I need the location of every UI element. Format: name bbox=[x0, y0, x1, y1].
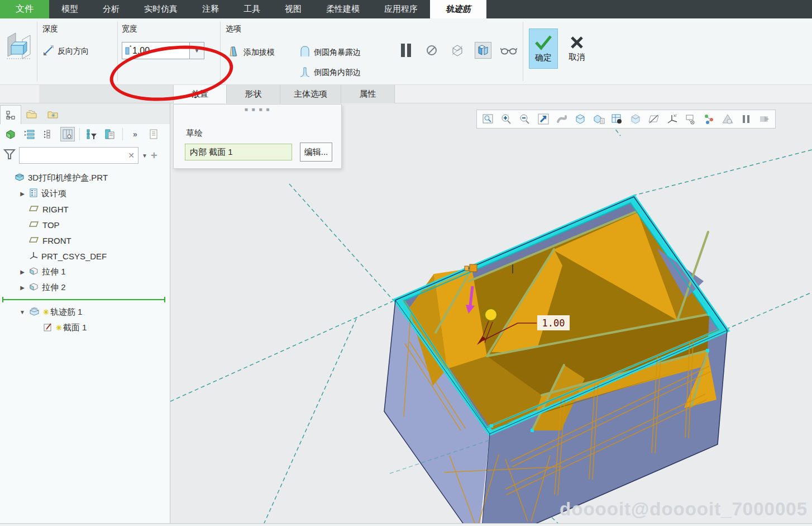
menu-item-2[interactable]: 分析 bbox=[90, 0, 132, 18]
model-display-icon[interactable] bbox=[3, 127, 18, 141]
reverse-direction-button[interactable]: 反向方向 bbox=[42, 44, 89, 59]
file-menu-button[interactable]: 文件 bbox=[0, 0, 49, 18]
width-input-field[interactable]: * bbox=[122, 42, 190, 59]
insert-here-marker[interactable] bbox=[2, 296, 168, 303]
zoom-window-icon[interactable] bbox=[479, 111, 496, 127]
width-group: 宽度 * ▼ bbox=[122, 24, 204, 59]
repaint-icon[interactable] bbox=[553, 111, 570, 127]
pause-icon[interactable] bbox=[398, 42, 414, 59]
tree-item-5[interactable]: PRT_CSYS_DEF bbox=[0, 248, 170, 264]
cancel-button[interactable]: 取消 bbox=[562, 29, 591, 69]
tree-filter-input[interactable] bbox=[23, 151, 128, 160]
tree-item-label: 3D打印机维护盒.PRT bbox=[28, 173, 108, 183]
tree-item-1[interactable]: ▶设计项 bbox=[0, 186, 170, 201]
expander-icon[interactable]: ▶ bbox=[19, 285, 26, 291]
tree-item-10[interactable]: ✳截面 1 bbox=[0, 320, 170, 335]
favorites-tab[interactable]: ✳ bbox=[42, 105, 64, 124]
tree-filter-row: ✕ ▼ + bbox=[0, 144, 170, 167]
geometry-preview-icon[interactable] bbox=[475, 42, 491, 59]
round-exposed-option[interactable]: 倒圆角暴露边 bbox=[299, 45, 361, 60]
feature-tab-strip: 放置形状主体选项属性 bbox=[0, 85, 812, 103]
axes-display-icon[interactable]: x/ bbox=[663, 111, 681, 127]
wireframe-preview-icon[interactable] bbox=[449, 42, 466, 59]
document-icon[interactable] bbox=[146, 127, 161, 141]
view-manager-icon[interactable] bbox=[608, 111, 625, 127]
tree-copy-icon[interactable] bbox=[103, 127, 118, 141]
drag-handle[interactable] bbox=[482, 309, 497, 321]
display-style-icon[interactable] bbox=[571, 111, 589, 127]
saved-orientations-icon[interactable] bbox=[590, 111, 607, 127]
datum-plane-display-icon[interactable] bbox=[645, 111, 662, 127]
trajectory-rib-feature-icon bbox=[4, 30, 34, 67]
folder-browser-tab[interactable] bbox=[21, 105, 42, 124]
menu-item-4[interactable]: 注释 bbox=[190, 0, 231, 18]
dimension-value[interactable]: 1.00 bbox=[542, 318, 565, 329]
section-icon[interactable] bbox=[627, 111, 644, 127]
tree-item-0[interactable]: 3D打印机维护盒.PRT bbox=[0, 170, 170, 186]
expander-icon[interactable]: ▶ bbox=[19, 269, 26, 275]
cancel-button-label: 取消 bbox=[569, 52, 585, 63]
menu-item-8[interactable]: 应用程序 bbox=[372, 0, 430, 18]
more-chevron-icon[interactable]: » bbox=[127, 127, 142, 141]
perspective-icon[interactable] bbox=[719, 111, 736, 127]
filter-dropdown-icon[interactable]: ▼ bbox=[142, 153, 147, 159]
ribbon-separator bbox=[220, 22, 221, 81]
tree-filter-icon[interactable] bbox=[84, 127, 99, 141]
trajectory-rib-icon bbox=[29, 307, 40, 318]
menu-item-9[interactable]: 轨迹筋 bbox=[430, 0, 486, 18]
list-view-icon[interactable] bbox=[22, 127, 37, 141]
expander-icon[interactable]: ▶ bbox=[19, 191, 26, 197]
panel-grip[interactable]: ■ ■ ■ ■ bbox=[245, 106, 271, 112]
tree-item-9[interactable]: ▼✳轨迹筋 1 bbox=[0, 304, 170, 320]
menu-item-7[interactable]: 柔性建模 bbox=[314, 0, 372, 18]
part-icon bbox=[15, 173, 25, 183]
model-tree-tab[interactable] bbox=[0, 105, 21, 124]
no-preview-icon[interactable] bbox=[423, 42, 440, 59]
tree-item-label: 截面 1 bbox=[63, 323, 87, 333]
add-filter-icon[interactable]: + bbox=[151, 149, 157, 162]
svg-text:✳: ✳ bbox=[51, 112, 55, 119]
sketch-placement-panel[interactable]: ■ ■ ■ ■ 草绘 编辑... bbox=[173, 104, 342, 169]
zoom-out-icon[interactable] bbox=[516, 111, 533, 127]
verify-glasses-icon[interactable] bbox=[500, 42, 517, 59]
edit-sketch-button[interactable]: 编辑... bbox=[300, 143, 332, 162]
zoom-in-icon[interactable] bbox=[498, 111, 515, 127]
width-value-input[interactable] bbox=[132, 46, 177, 56]
tree-item-4[interactable]: FRONT bbox=[0, 233, 170, 248]
tree-item-3[interactable]: TOP bbox=[0, 217, 170, 233]
refit-icon[interactable] bbox=[534, 111, 552, 127]
pause-icon[interactable] bbox=[737, 111, 754, 127]
options-group-caption: 选项 bbox=[226, 24, 393, 34]
new-feature-star-icon: ✳ bbox=[56, 324, 62, 332]
spin-center-icon[interactable] bbox=[700, 111, 718, 127]
expander-icon[interactable]: ▼ bbox=[19, 309, 26, 315]
menu-item-6[interactable]: 视图 bbox=[273, 0, 314, 18]
feature-tab-主体选项[interactable]: 主体选项 bbox=[280, 85, 341, 103]
show-columns-icon[interactable] bbox=[60, 127, 75, 141]
ok-button[interactable]: 确定 bbox=[529, 29, 558, 69]
feature-tab-放置[interactable]: 放置 bbox=[173, 85, 227, 103]
resume-icon[interactable] bbox=[756, 111, 773, 127]
tree-item-2[interactable]: RIGHT bbox=[0, 201, 170, 217]
tree-filter-field[interactable]: ✕ bbox=[19, 147, 138, 164]
tree-item-label: 轨迹筋 1 bbox=[50, 307, 83, 318]
tree-item-6[interactable]: ▶拉伸 1 bbox=[0, 264, 170, 279]
width-dimension-icon: * bbox=[125, 44, 132, 58]
annotation-display-icon[interactable] bbox=[682, 111, 699, 127]
width-dropdown-button[interactable]: ▼ bbox=[190, 42, 204, 59]
menu-item-5[interactable]: 工具 bbox=[231, 0, 273, 18]
graphics-viewport[interactable]: 1.00 x/ ■ ■ ■ ■ 草绘 编辑... dooooit@dooooit… bbox=[170, 103, 812, 523]
add-draft-option[interactable]: 添加拔模 bbox=[228, 45, 275, 60]
tree-item-7[interactable]: ▶拉伸 2 bbox=[0, 279, 170, 295]
feature-tab-形状[interactable]: 形状 bbox=[227, 85, 280, 103]
plane-icon bbox=[29, 236, 39, 245]
round-internal-option[interactable]: 倒圆角内部边 bbox=[299, 65, 361, 80]
extrude-icon bbox=[29, 282, 39, 293]
new-feature-star-icon: ✳ bbox=[43, 308, 49, 316]
clear-filter-icon[interactable]: ✕ bbox=[128, 151, 135, 160]
menu-item-3[interactable]: 实时仿真 bbox=[132, 0, 190, 18]
tree-columns-icon[interactable] bbox=[41, 127, 56, 141]
sketch-section-input[interactable] bbox=[185, 144, 292, 160]
feature-tab-属性[interactable]: 属性 bbox=[341, 85, 395, 103]
menu-item-1[interactable]: 模型 bbox=[49, 0, 90, 18]
